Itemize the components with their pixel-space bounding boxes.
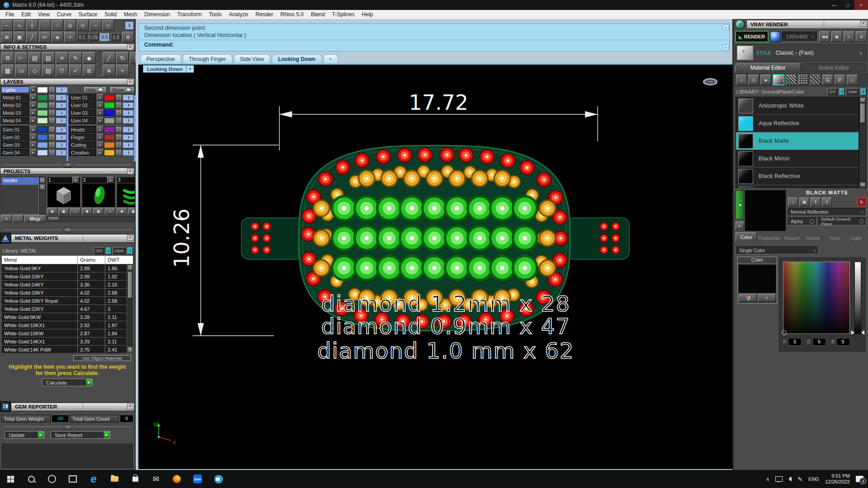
sweep-icon[interactable]: ╱ (103, 52, 115, 64)
add-project-button[interactable]: + (1, 215, 12, 222)
layer-expand-icon[interactable]: ► (97, 141, 104, 148)
perp-osnap-icon[interactable]: ┼ (26, 20, 38, 31)
lock-icon[interactable]: ◦ (115, 109, 122, 116)
layer-creation[interactable]: Creation (69, 149, 96, 156)
chevron-down-icon[interactable]: ▼ (187, 65, 194, 73)
panel-collapse-bar[interactable]: ▲ (0, 425, 135, 429)
layer-color-swatch[interactable] (37, 110, 48, 116)
thumbnail-image[interactable] (82, 183, 115, 207)
search-button[interactable] (21, 470, 42, 488)
total-gem-weight-value[interactable]: .00 (52, 415, 69, 422)
layer-color-swatch[interactable] (37, 102, 48, 108)
chevron-down-icon[interactable]: ∨ (859, 51, 863, 56)
between-osnap-icon[interactable]: ∴ (52, 20, 63, 31)
user-button[interactable]: User (113, 247, 126, 254)
show-button[interactable]: Show (109, 86, 135, 93)
vray-header[interactable]: V VRAY RENDER × (734, 19, 868, 30)
scroll-down-icon[interactable]: ▼ (39, 184, 45, 190)
settings-gears-icon[interactable]: ⚙ (1, 52, 14, 64)
menu-curve[interactable]: Curve (53, 11, 75, 18)
material-black-matte[interactable]: Black Matte (736, 132, 859, 150)
gumball-icon[interactable]: + (116, 65, 129, 76)
layer-metal-02[interactable]: Metal 02 (1, 102, 29, 108)
material-aqua-reflective[interactable]: Aqua Reflective (736, 115, 859, 132)
layer-color-swatch[interactable] (37, 87, 48, 93)
brightness-slider[interactable] (854, 262, 861, 334)
language-indicator[interactable]: ENG (808, 476, 819, 482)
p-plug-icon[interactable]: P (835, 75, 845, 85)
lock-icon[interactable]: ◦ (48, 86, 55, 93)
menu-file[interactable]: File (2, 11, 18, 18)
layer-visibility-toggle[interactable]: I (123, 94, 135, 101)
material-list-scrollbar[interactable]: ▲ ▼ (859, 97, 866, 188)
layer-expand-icon[interactable]: ► (97, 134, 104, 141)
book-icon[interactable]: ▤ (42, 65, 55, 76)
resolution-dropdown[interactable]: 1200x900 ∨ (782, 32, 818, 42)
noise-map-icon[interactable] (798, 75, 809, 85)
gem-material-icon[interactable]: ◇ (748, 75, 759, 85)
layer-expand-icon[interactable]: ► (30, 126, 37, 133)
corner-osnap-icon[interactable]: ⌐ (1, 20, 13, 31)
center-osnap-icon[interactable]: ◎ (64, 20, 76, 31)
g-value[interactable]: 5 (812, 338, 826, 346)
scroll-down-icon[interactable]: ▼ (859, 182, 866, 188)
total-gem-count-value[interactable]: 0 (120, 415, 133, 422)
layer-expand-icon[interactable]: ► (97, 117, 104, 124)
reflection-dropdown[interactable]: Normal Reflection ∨ (788, 208, 866, 216)
layer-color-swatch[interactable] (37, 127, 48, 133)
menu-t-splines[interactable]: T-Splines (328, 11, 358, 18)
scroll-icon[interactable]: ≡ (56, 52, 68, 64)
layer-expand-icon[interactable]: ► (30, 141, 37, 148)
pearl-material-icon[interactable]: ● (760, 75, 771, 85)
layer-gem-01[interactable]: Gem 01 (1, 126, 29, 133)
ring-material-icon[interactable]: ○ (736, 75, 747, 85)
material-black-mirror[interactable]: Black Mirror (736, 150, 859, 168)
gv-toggle[interactable]: I (839, 88, 845, 95)
thumbnail-image[interactable] (117, 183, 135, 207)
layer-user-01[interactable]: User 01 (69, 94, 96, 101)
close-icon[interactable]: × (127, 79, 133, 85)
firefox-button[interactable] (166, 470, 187, 488)
layer-visibility-toggle[interactable]: I (123, 127, 135, 133)
scroll-thumb[interactable] (127, 271, 132, 298)
layer-color-swatch[interactable] (104, 94, 115, 101)
grid-snap-icon[interactable]: ⊞ (122, 32, 134, 42)
layer-color-swatch[interactable] (104, 150, 115, 156)
layer-expand-icon[interactable]: ► (30, 102, 37, 108)
layer-expand-icon[interactable]: ► (30, 86, 37, 93)
preview-next-button[interactable]: ► (736, 221, 744, 230)
layer-user-02[interactable]: User 02 (69, 102, 96, 108)
r-value[interactable]: 5 (788, 338, 802, 346)
table-scrollbar[interactable]: ▲ ▼ (127, 264, 133, 353)
panel-collapse-bar[interactable]: ▼ (0, 163, 135, 167)
color-mode-dropdown[interactable]: Single Color ∨ (736, 246, 819, 254)
layer-user-03[interactable]: User 03 (69, 109, 96, 116)
volume-icon[interactable] (788, 477, 792, 481)
lock-icon[interactable]: ◦ (115, 102, 122, 108)
render-list-icon[interactable]: ≡ (844, 31, 854, 42)
panel-collapse-bar[interactable]: ▼ (0, 228, 135, 232)
layer-color-swatch[interactable] (37, 117, 48, 124)
color-wheel-button[interactable] (739, 294, 757, 302)
concentric-osnap-icon[interactable]: ⊙ (77, 20, 89, 31)
menu-rhino-5-0[interactable]: Rhino 5.0 (277, 11, 307, 18)
menu-analyze[interactable]: Analyze (225, 11, 252, 18)
view-label-dropdown[interactable]: Looking Down ▼ (143, 65, 194, 73)
select-check-icon[interactable]: ✓ (69, 65, 82, 76)
layer-color-swatch[interactable] (104, 117, 115, 124)
table-row[interactable]: Yellow Gold:22KY4.673 (2, 305, 133, 313)
scroll-thumb[interactable] (860, 103, 865, 123)
tab-through-finger[interactable]: Through Finger (183, 54, 232, 64)
thumbnail-image[interactable] (47, 183, 80, 207)
lock-icon[interactable]: ◦ (48, 109, 55, 116)
scroll-up-icon[interactable]: ▲ (859, 97, 866, 103)
table-row[interactable]: Yellow Gold:9KY2.891.86 (2, 264, 133, 272)
save-material-icon[interactable]: ▣ (788, 197, 798, 206)
layer-expand-icon[interactable]: ► (97, 109, 104, 116)
viewport[interactable]: Looking Down ▼ 17.7210.26diamond 1.2mm x… (138, 65, 732, 469)
layer-visibility-toggle[interactable]: I (123, 150, 135, 156)
edge-button[interactable]: e (83, 470, 104, 488)
layer-visibility-toggle[interactable]: I (123, 142, 135, 148)
render-sphere-icon[interactable] (770, 31, 781, 42)
favorite-icon[interactable]: ◆ (117, 208, 127, 215)
